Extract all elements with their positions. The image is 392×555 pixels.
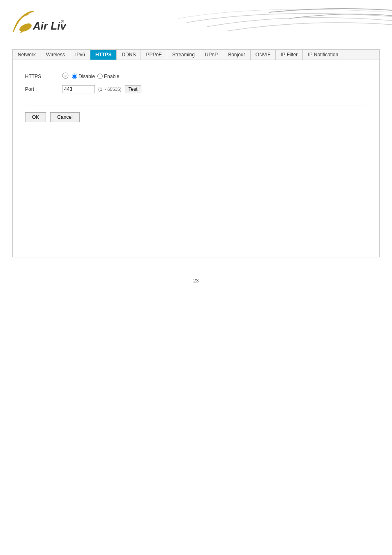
enable-radio[interactable] bbox=[97, 74, 103, 79]
page-number: 23 bbox=[0, 278, 392, 284]
header-decoration bbox=[145, 0, 392, 45]
https-row: HTTPS ☞ Disable bbox=[25, 72, 367, 80]
content-panel: HTTPS ☞ Disable bbox=[12, 60, 380, 257]
cursor-hand-icon: ☞ bbox=[62, 72, 69, 79]
disable-icon: ☞ bbox=[62, 72, 69, 80]
port-controls: (1 ~ 65535) Test bbox=[62, 85, 141, 93]
port-row: Port (1 ~ 65535) Test bbox=[25, 85, 367, 93]
tab-ddns[interactable]: DDNS bbox=[117, 50, 141, 60]
https-label: HTTPS bbox=[25, 74, 58, 79]
tab-streaming[interactable]: Streaming bbox=[167, 50, 200, 60]
tab-upnp[interactable]: UPnP bbox=[200, 50, 223, 60]
tab-wireless[interactable]: Wireless bbox=[41, 50, 70, 60]
header: Air Live ® bbox=[0, 0, 392, 45]
disable-radio[interactable] bbox=[72, 74, 77, 79]
tab-pppoe[interactable]: PPPoE bbox=[141, 50, 167, 60]
airlive-logo: Air Live ® bbox=[12, 8, 66, 35]
tab-bar: Network Wireless IPv6 HTTPS DDNS PPPoE S… bbox=[12, 49, 380, 60]
test-button[interactable]: Test bbox=[125, 85, 141, 93]
port-label: Port bbox=[25, 86, 58, 92]
disable-radio-label[interactable]: Disable bbox=[72, 74, 95, 79]
svg-text:☞: ☞ bbox=[64, 74, 67, 78]
tab-https[interactable]: HTTPS bbox=[90, 50, 117, 60]
tab-network[interactable]: Network bbox=[13, 50, 41, 60]
enable-label-text: Enable bbox=[104, 74, 119, 79]
cancel-button[interactable]: Cancel bbox=[50, 112, 79, 122]
https-radio-group[interactable]: Disable Enable bbox=[72, 74, 119, 79]
disable-label-text: Disable bbox=[78, 74, 95, 79]
tab-ip-notification[interactable]: IP Notification bbox=[303, 50, 343, 60]
logo-area: Air Live ® bbox=[12, 8, 66, 35]
main-content: Network Wireless IPv6 HTTPS DDNS PPPoE S… bbox=[0, 45, 392, 270]
tab-bonjour[interactable]: Bonjour bbox=[223, 50, 250, 60]
https-form-section: HTTPS ☞ Disable bbox=[25, 72, 367, 93]
tab-onvif[interactable]: ONVIF bbox=[251, 50, 276, 60]
svg-text:®: ® bbox=[61, 19, 64, 24]
port-range-hint: (1 ~ 65535) bbox=[98, 87, 122, 92]
tab-ipv6[interactable]: IPv6 bbox=[70, 50, 90, 60]
enable-radio-label[interactable]: Enable bbox=[97, 74, 119, 79]
tab-ip-filter[interactable]: IP Filter bbox=[276, 50, 303, 60]
ok-button[interactable]: OK bbox=[25, 112, 46, 122]
https-controls: ☞ Disable Enable bbox=[62, 72, 119, 80]
brand-logo-svg: Air Live ® bbox=[12, 8, 66, 35]
bottom-buttons: OK Cancel bbox=[25, 106, 367, 122]
port-input[interactable] bbox=[62, 85, 95, 93]
